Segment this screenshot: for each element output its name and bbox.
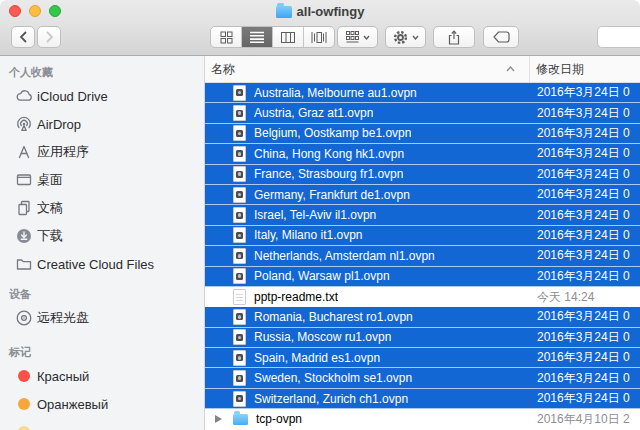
sidebar-item-label: Красный xyxy=(37,369,89,384)
file-row[interactable]: tcp-ovpn2016年4月10日 2 xyxy=(205,409,640,429)
file-row[interactable]: Germany, Frankfurt de1.ovpn2016年3月24日 0 xyxy=(205,185,640,205)
file-date-modified: 2016年3月24日 0 xyxy=(537,390,640,407)
back-button[interactable] xyxy=(11,26,35,48)
file-date-modified: 2016年3月24日 0 xyxy=(537,105,640,122)
coverflow-view-button[interactable] xyxy=(304,27,334,47)
file-row[interactable]: France, Strasbourg fr1.ovpn2016年3月24日 0 xyxy=(205,165,640,185)
row-gutter xyxy=(205,328,233,347)
sidebar-item[interactable]: Creative Cloud Files xyxy=(0,250,204,278)
share-button[interactable] xyxy=(433,26,475,48)
file-row[interactable]: Australia, Melbourne au1.ovpn2016年3月24日 … xyxy=(205,83,640,103)
file-row[interactable]: Netherlands, Amsterdam nl1.ovpn2016年3月24… xyxy=(205,246,640,266)
row-gutter xyxy=(205,185,233,204)
sidebar-item[interactable]: 远程光盘 xyxy=(0,304,204,332)
chevron-left-icon xyxy=(19,31,28,43)
sidebar-item-label: Оранжевый xyxy=(37,397,108,412)
file-name: Austria, Graz at1.ovpn xyxy=(254,106,373,120)
column-header-name[interactable]: 名称 xyxy=(205,56,530,82)
file-row[interactable]: pptp-readme.txt今天 14:24 xyxy=(205,287,640,307)
column-header-name-label: 名称 xyxy=(211,61,235,78)
list-view-button[interactable] xyxy=(242,27,273,47)
chevron-down-icon xyxy=(363,35,370,40)
file-row[interactable]: Russia, Moscow ru1.ovpn2016年3月24日 0 xyxy=(205,328,640,348)
forward-button[interactable] xyxy=(37,26,61,48)
sidebar-item-label: iCloud Drive xyxy=(37,89,108,104)
title-bar: all-owfingy xyxy=(0,0,640,56)
file-date-modified: 2016年3月24日 0 xyxy=(537,227,640,244)
sidebar-item[interactable]: Красный xyxy=(0,362,204,390)
file-name: France, Strasbourg fr1.ovpn xyxy=(254,167,403,181)
file-date-modified: 2016年3月24日 0 xyxy=(537,145,640,162)
file-row[interactable]: Switzerland, Zurich ch1.ovpn2016年3月24日 0 xyxy=(205,389,640,409)
sort-ascending-icon xyxy=(506,66,515,72)
search-input[interactable] xyxy=(597,26,640,48)
ovpn-file-icon xyxy=(233,125,246,141)
file-name: Poland, Warsaw pl1.ovpn xyxy=(254,269,390,283)
window-title-text: all-owfingy xyxy=(297,4,365,19)
remote-disc-icon xyxy=(15,309,33,327)
sidebar-section-header: 设备 xyxy=(9,286,204,302)
sidebar-item[interactable]: iCloud Drive xyxy=(0,82,204,110)
sidebar-item[interactable]: AirDrop xyxy=(0,110,204,138)
sidebar-item[interactable]: 下载 xyxy=(0,222,204,250)
icloud-icon xyxy=(15,87,33,105)
file-name: Netherlands, Amsterdam nl1.ovpn xyxy=(254,249,435,263)
file-name: Australia, Melbourne au1.ovpn xyxy=(254,86,417,100)
share-icon xyxy=(447,30,461,45)
list-view-icon xyxy=(250,31,264,43)
ovpn-file-icon xyxy=(233,268,246,284)
applications-icon xyxy=(15,143,33,161)
sidebar-item-label: Creative Cloud Files xyxy=(37,257,154,272)
file-date-modified: 2016年3月24日 0 xyxy=(537,207,640,224)
sidebar-item[interactable]: 应用程序 xyxy=(0,138,204,166)
folder-icon xyxy=(15,255,33,273)
file-date-modified: 2016年3月24日 0 xyxy=(537,370,640,387)
file-row[interactable]: Austria, Graz at1.ovpn2016年3月24日 0 xyxy=(205,103,640,123)
ovpn-file-icon xyxy=(233,391,246,407)
sidebar-item[interactable]: Оранжевый xyxy=(0,390,204,418)
file-row[interactable]: Sweden, Stockholm se1.ovpn2016年3月24日 0 xyxy=(205,368,640,388)
icon-view-button[interactable] xyxy=(211,27,242,47)
file-name: Russia, Moscow ru1.ovpn xyxy=(254,330,391,344)
arrange-icon xyxy=(346,31,359,43)
file-list-pane: 名称 修改日期 Australia, Melbourne au1.ovpn201… xyxy=(205,56,640,430)
file-name: Italy, Milano it1.ovpn xyxy=(254,228,363,242)
file-date-modified: 2016年4月10日 2 xyxy=(537,411,640,428)
column-header-date[interactable]: 修改日期 xyxy=(530,56,640,82)
ovpn-file-icon xyxy=(233,248,246,264)
row-gutter xyxy=(205,124,233,143)
row-gutter xyxy=(205,144,233,163)
file-row[interactable]: China, Hong Kong hk1.ovpn2016年3月24日 0 xyxy=(205,144,640,164)
sidebar: 个人收藏iCloud DriveAirDrop应用程序桌面文稿下载Creativ… xyxy=(0,56,205,430)
documents-icon xyxy=(15,199,33,217)
column-view-button[interactable] xyxy=(273,27,304,47)
file-name: Belgium, Oostkamp be1.ovpn xyxy=(254,126,411,140)
action-gear-dropdown-button[interactable] xyxy=(385,26,426,48)
file-row[interactable]: Poland, Warsaw pl1.ovpn2016年3月24日 0 xyxy=(205,267,640,287)
finder-window: all-owfingy xyxy=(0,0,640,430)
sidebar-item[interactable] xyxy=(0,418,204,430)
file-row[interactable]: Italy, Milano it1.ovpn2016年3月24日 0 xyxy=(205,226,640,246)
sidebar-section-header: 标记 xyxy=(9,344,204,360)
disclosure-triangle-icon[interactable] xyxy=(215,415,222,423)
tag-yellow-icon xyxy=(18,426,30,430)
sidebar-item-label: AirDrop xyxy=(37,117,81,132)
arrange-dropdown-button[interactable] xyxy=(337,26,378,48)
edit-tags-button[interactable] xyxy=(483,26,519,48)
file-row[interactable]: Belgium, Oostkamp be1.ovpn2016年3月24日 0 xyxy=(205,124,640,144)
file-row[interactable]: Israel, Tel-Aviv il1.ovpn2016年3月24日 0 xyxy=(205,205,640,225)
file-name: Romania, Bucharest ro1.ovpn xyxy=(254,310,413,324)
file-row[interactable]: Spain, Madrid es1.ovpn2016年3月24日 0 xyxy=(205,348,640,368)
file-date-modified: 2016年3月24日 0 xyxy=(537,186,640,203)
ovpn-file-icon xyxy=(233,85,246,101)
ovpn-file-icon xyxy=(233,146,246,162)
sidebar-item[interactable]: 桌面 xyxy=(0,166,204,194)
file-name: Israel, Tel-Aviv il1.ovpn xyxy=(254,208,376,222)
ovpn-file-icon xyxy=(233,105,246,121)
tag-red-icon xyxy=(18,370,30,382)
chevron-down-icon xyxy=(412,35,419,40)
folder-icon xyxy=(233,414,248,425)
file-row[interactable]: Romania, Bucharest ro1.ovpn2016年3月24日 0 xyxy=(205,307,640,327)
row-gutter xyxy=(205,103,233,122)
sidebar-item[interactable]: 文稿 xyxy=(0,194,204,222)
